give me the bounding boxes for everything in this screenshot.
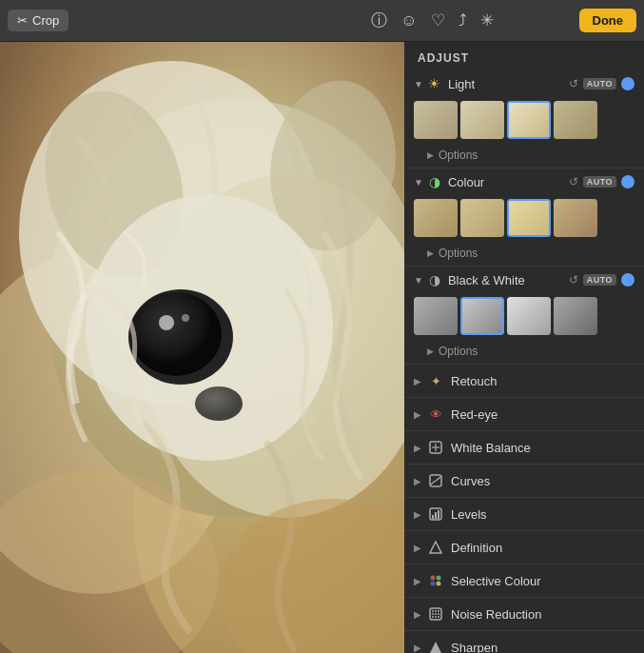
whitebalance-arrow: ▶ [414,443,421,453]
colour-reset-icon[interactable]: ↺ [569,175,578,188]
crop-button[interactable]: ✂ Crop [8,10,68,31]
svg-point-26 [437,576,441,581]
info-icon[interactable]: ⓘ [371,10,387,31]
colour-label: Colour [448,175,569,189]
colour-options-row[interactable]: ▶ Options [404,243,644,266]
light-expand-arrow: ▼ [414,79,423,89]
svg-marker-39 [430,642,441,653]
magic-icon[interactable]: ✳ [480,10,494,30]
photo-panel [0,42,404,653]
light-options-arrow: ▶ [427,150,434,160]
row-retouch[interactable]: ▶ ✦ Retouch [404,365,644,398]
row-noise-reduction[interactable]: ▶ Noise Reduction [404,598,644,631]
definition-label: Definition [451,541,502,555]
colour-expand-arrow: ▼ [414,177,423,188]
row-redeye[interactable]: ▶ 👁 Red-eye [404,398,644,431]
section-bw-header[interactable]: ▼ ◑ Black & White ↺ AUTO [404,267,644,293]
svg-point-13 [195,386,243,421]
colour-options-label: Options [439,247,478,260]
svg-point-25 [431,576,436,581]
colour-thumb-0[interactable] [414,199,458,237]
bw-thumb-1[interactable] [460,297,504,335]
top-bar: ✂ Crop ⓘ ☺ ♡ ⤴ ✳ Done [0,0,644,42]
row-selective-colour[interactable]: ▶ Selective Colour [404,564,644,598]
svg-point-10 [130,292,222,376]
light-options-label: Options [439,148,478,162]
whitebalance-label: White Balance [451,441,531,455]
row-whitebalance[interactable]: ▶ White Balance [404,431,644,465]
curves-arrow: ▶ [414,476,421,486]
retouch-arrow: ▶ [414,376,421,386]
bw-options-label: Options [439,345,478,358]
adjust-title: ADJUST [404,42,644,70]
light-options-row[interactable]: ▶ Options [404,145,644,168]
bw-thumb-2[interactable] [507,297,551,335]
selective-colour-label: Selective Colour [451,574,541,588]
sharpen-label: Sharpen [451,641,498,654]
bw-icon: ◑ [427,272,442,287]
noise-reduction-arrow: ▶ [414,609,421,620]
crop-icon: ✂ [17,13,28,28]
colour-auto-badge[interactable]: AUTO [583,176,616,188]
bw-reset-icon[interactable]: ↺ [569,273,578,287]
svg-point-31 [435,610,437,612]
row-levels[interactable]: ▶ Levels [404,498,644,531]
bw-auto-badge[interactable]: AUTO [583,274,616,286]
crop-label: Crop [32,13,59,28]
share-icon[interactable]: ⤴ [459,11,467,30]
svg-point-12 [182,314,189,322]
row-definition[interactable]: ▶ Definition [404,531,644,564]
adjust-panel: ADJUST ▼ ☀ Light ↺ AUTO [404,42,644,653]
svg-point-28 [437,582,441,586]
bw-expand-arrow: ▼ [414,275,423,286]
light-toggle[interactable] [621,77,634,90]
top-bar-left: ✂ Crop [8,10,285,31]
colour-options-arrow: ▶ [427,248,434,258]
section-colour-header[interactable]: ▼ ◑ Colour ↺ AUTO [404,168,644,195]
curves-icon [427,472,444,489]
svg-point-37 [435,616,437,618]
section-light: ▼ ☀ Light ↺ AUTO [404,70,644,168]
whitebalance-icon [427,439,444,456]
svg-point-33 [432,613,434,615]
svg-point-27 [431,582,436,586]
colour-thumb-1[interactable] [460,199,504,237]
retouch-icon: ✦ [427,372,444,389]
svg-point-30 [432,610,434,612]
row-curves[interactable]: ▶ Curves [404,465,644,498]
redeye-icon: 👁 [427,406,444,423]
levels-icon [427,505,444,523]
done-button[interactable]: Done [579,9,637,32]
colour-thumb-3[interactable] [554,199,597,237]
light-thumb-2[interactable] [507,101,551,139]
emoji-icon[interactable]: ☺ [400,11,417,30]
light-thumb-0[interactable] [414,101,458,139]
selective-colour-arrow: ▶ [414,576,421,586]
light-thumb-3[interactable] [554,101,597,139]
light-thumb-1[interactable] [460,101,504,139]
bw-thumb-3[interactable] [554,297,597,335]
bw-thumb-0[interactable] [414,297,458,335]
sharpen-arrow: ▶ [414,643,421,653]
definition-icon [427,539,444,556]
section-colour: ▼ ◑ Colour ↺ AUTO [404,168,644,267]
light-auto-badge[interactable]: AUTO [583,78,616,89]
svg-point-38 [438,616,439,618]
light-label: Light [448,77,569,91]
bw-options-row[interactable]: ▶ Options [404,341,644,364]
svg-rect-22 [435,512,437,519]
svg-point-32 [438,610,439,612]
bw-toggle[interactable] [621,273,634,287]
light-reset-icon[interactable]: ↺ [569,77,578,90]
light-icon: ☀ [427,76,442,91]
row-sharpen[interactable]: ▶ Sharpen [404,631,644,653]
colour-toggle[interactable] [621,175,634,188]
dog-image [0,42,404,653]
section-light-header[interactable]: ▼ ☀ Light ↺ AUTO [404,70,644,97]
retouch-label: Retouch [451,374,497,388]
heart-icon[interactable]: ♡ [431,10,445,30]
selective-colour-icon [427,572,444,589]
svg-point-34 [435,613,437,615]
section-bw: ▼ ◑ Black & White ↺ AUTO [404,267,644,365]
colour-thumb-2[interactable] [507,199,551,237]
